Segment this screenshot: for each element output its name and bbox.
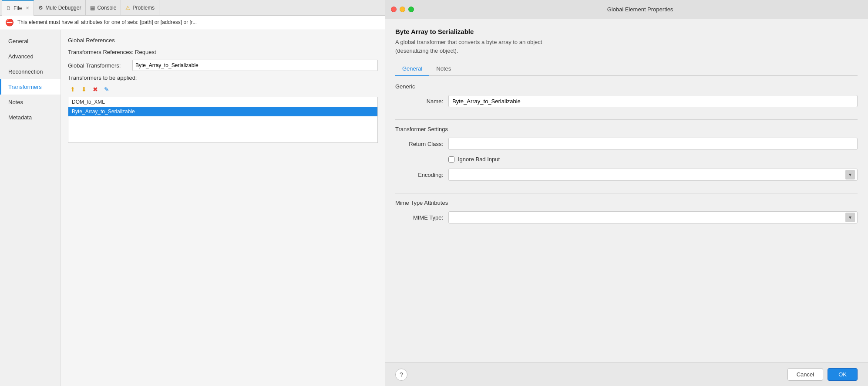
encoding-select-wrapper: ▾ (448, 169, 858, 181)
return-class-input[interactable] (448, 138, 858, 150)
tab-problems-label: Problems (132, 5, 155, 11)
transformers-toolbar (68, 85, 378, 94)
tab-console-label: Console (97, 5, 116, 11)
return-class-label: Return Class: (395, 141, 443, 147)
transformer-settings-title: Transformer Settings (395, 126, 858, 132)
global-transformers-input[interactable] (132, 60, 378, 71)
tab-notes[interactable]: Notes (429, 62, 458, 76)
modal-header-title: Byte Array to Serializable (395, 28, 858, 35)
global-transformers-label: Global Transformers: (68, 62, 129, 69)
sidebar-item-general[interactable]: General (0, 34, 61, 49)
move-down-button[interactable] (79, 85, 89, 94)
content-area: Global References Transformers Reference… (61, 30, 385, 386)
transformers-section: Transformers to be applied: DOM_to_XML B… (68, 74, 378, 143)
modal-titlebar: Global Element Properties (385, 0, 868, 19)
sidebar-item-reconnection[interactable]: Reconnection (0, 64, 61, 79)
encoding-row: Encoding: ▾ (395, 169, 858, 181)
ignore-bad-input-checkbox[interactable] (448, 156, 454, 163)
section-divider-2 (395, 193, 858, 193)
sidebar-item-metadata[interactable]: Metadata (0, 110, 61, 125)
section-title: Global References (68, 37, 378, 44)
mime-type-row: MIME Type: ▾ (395, 211, 858, 223)
tab-bar: 🗋 File ✕ ⚙ Mule Debugger ▤ Console ⚠ Pro… (0, 0, 385, 16)
ok-button[interactable]: OK (828, 368, 858, 381)
ignore-bad-input-label: Ignore Bad Input (458, 156, 500, 163)
tab-file[interactable]: 🗋 File ✕ (2, 0, 34, 16)
modal-tabs: General Notes (395, 62, 858, 76)
global-transformers-row: Global Transformers: (68, 60, 378, 71)
close-button[interactable] (391, 7, 397, 12)
name-input[interactable] (448, 95, 858, 107)
generic-section-title: Generic (395, 83, 858, 90)
modal-body: Byte Array to Serializable A global tran… (385, 19, 868, 362)
mule-icon: ⚙ (38, 5, 43, 11)
mime-type-select[interactable] (448, 211, 858, 223)
remove-button[interactable] (91, 85, 100, 94)
name-row: Name: (395, 95, 858, 107)
sidebar-item-notes[interactable]: Notes (0, 95, 61, 110)
list-item[interactable]: Byte_Array_to_Serializable (68, 107, 377, 116)
minimize-button[interactable] (400, 7, 405, 12)
tab-mule-label: Mule Debugger (45, 5, 81, 11)
tab-problems[interactable]: ⚠ Problems (121, 0, 159, 16)
ignore-bad-input-row: Ignore Bad Input (448, 156, 858, 163)
mime-type-label: MIME Type: (395, 214, 443, 221)
sidebar-item-advanced[interactable]: Advanced (0, 49, 61, 64)
traffic-lights (391, 7, 414, 12)
error-text: This element must have all attributes fo… (17, 19, 197, 25)
encoding-select[interactable] (448, 169, 858, 181)
problems-icon: ⚠ (125, 5, 130, 11)
mime-type-select-wrapper: ▾ (448, 211, 858, 223)
maximize-button[interactable] (408, 7, 414, 12)
mime-type-section-title: Mime Type Attributes (395, 200, 858, 206)
transformers-list[interactable]: DOM_to_XML Byte_Array_to_Serializable (68, 97, 378, 143)
error-banner: ⛔ This element must have all attributes … (0, 16, 385, 30)
tab-file-label: File (13, 5, 22, 11)
list-item[interactable]: DOM_to_XML (68, 97, 377, 107)
sidebar-nav: General Advanced Reconnection Transforme… (0, 30, 61, 386)
modal-header-desc: A global transformer that converts a byt… (395, 38, 858, 55)
modal-footer: ? Cancel OK (385, 362, 868, 386)
edit-button[interactable] (102, 85, 111, 94)
encoding-label: Encoding: (395, 172, 443, 178)
tab-console[interactable]: ▤ Console (86, 0, 121, 16)
section-divider (395, 119, 858, 120)
return-class-row: Return Class: (395, 138, 858, 150)
tab-mule-debugger[interactable]: ⚙ Mule Debugger (34, 0, 86, 16)
ide-content: General Advanced Reconnection Transforme… (0, 30, 385, 386)
help-button[interactable]: ? (395, 369, 407, 381)
name-label: Name: (395, 98, 443, 105)
tab-general[interactable]: General (395, 62, 429, 76)
tab-file-close[interactable]: ✕ (26, 6, 29, 10)
transformers-to-apply-label: Transformers to be applied: (68, 74, 378, 81)
modal-global-element-properties: Global Element Properties Byte Array to … (385, 0, 868, 386)
file-icon: 🗋 (6, 5, 11, 11)
console-icon: ▤ (90, 5, 95, 11)
error-icon: ⛔ (5, 19, 14, 26)
modal-title: Global Element Properties (418, 6, 862, 13)
cancel-button[interactable]: Cancel (787, 368, 823, 381)
footer-buttons: Cancel OK (787, 368, 858, 381)
move-up-button[interactable] (68, 85, 77, 94)
sub-section-title: Transformers References: Request (68, 49, 378, 55)
sidebar-item-transformers[interactable]: Transformers (0, 79, 61, 95)
